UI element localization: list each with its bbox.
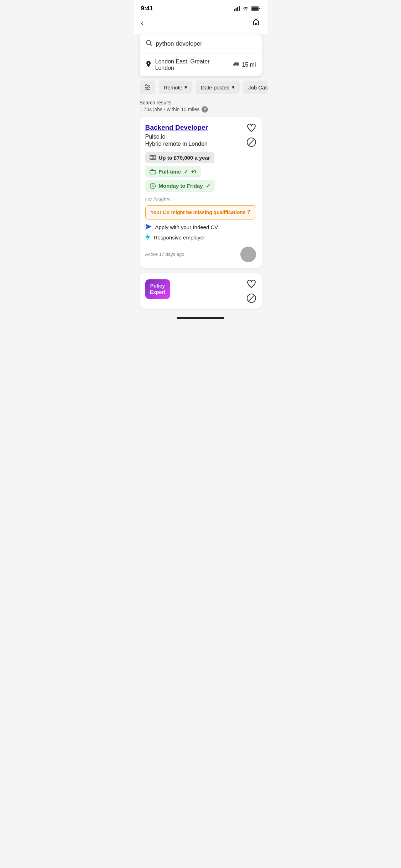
svg-point-16 [152,157,153,159]
apply-text: Apply with your Indeed CV [155,224,218,230]
cv-warning-banner[interactable]: Your CV might be missing qualifications … [145,205,256,219]
svg-rect-15 [150,155,155,159]
remote-filter-label: Remote [164,84,183,91]
svg-rect-0 [234,9,235,11]
apply-arrow-icon [145,224,152,231]
status-time: 9:41 [141,5,153,12]
cv-warning-text: Your CV might be missing qualifications [151,210,246,215]
location-pin-icon [145,60,152,70]
schedule-text: Monday to Friday [159,183,203,189]
fulltime-text: Full-time [159,169,181,175]
nav-bar: ‹ [134,15,267,34]
sliders-icon [144,84,151,91]
clock-icon [150,183,156,189]
home-indicator [134,314,267,321]
card-footer-1: Active 17 days ago [145,247,256,262]
remote-filter[interactable]: Remote ▾ [159,81,193,94]
svg-rect-19 [150,170,155,174]
home-bar [177,317,224,319]
tags-section: Up to £70,000 a year Full-time ✓ +1 Mond… [145,152,256,192]
home-button[interactable] [252,18,260,29]
distance-wrap: 15 mi [233,61,256,69]
card-actions-1 [247,123,256,147]
distance-text: 15 mi [242,62,256,68]
save-job-2-button[interactable] [247,279,256,289]
search-query[interactable]: python developer [156,40,256,47]
battery-icon [251,6,260,11]
svg-line-8 [150,44,152,46]
salary-icon [150,155,156,160]
card-title-section: Backend Developer Pulse.io Hybrid remote… [145,123,247,147]
location-row[interactable]: London East, Greater London 15 mi [140,53,262,76]
job-card-1[interactable]: Backend Developer Pulse.io Hybrid remote… [140,117,262,268]
lightning-icon [145,234,150,242]
hide-job-button[interactable] [247,138,256,147]
responsive-text: Responsive employer [154,234,205,241]
svg-rect-1 [235,8,236,11]
status-bar: 9:41 [134,0,267,15]
policy-logo-text: PolicyExpert [150,283,166,295]
hide-job-2-button[interactable] [247,294,256,303]
schedule-check-icon: ✓ [206,183,210,189]
active-label: Active 17 days ago [145,252,184,257]
save-job-button[interactable] [247,123,256,133]
status-icons [234,6,260,11]
results-count: 1,734 jobs - within 15 miles ? [140,106,262,113]
results-section: Search results 1,734 jobs - within 15 mi… [134,98,267,117]
cv-warning-help-icon[interactable]: ? [247,209,251,216]
card-header-2: PolicyExpert [145,279,256,303]
company-name: Pulse.io [145,134,247,140]
date-chevron-icon: ▾ [232,84,235,91]
svg-rect-5 [259,8,260,9]
signal-icon [234,6,240,11]
search-container: python developer London East, Greater Lo… [140,34,262,76]
fulltime-check-icon: ✓ [184,169,188,175]
job-category-filter[interactable]: Job Cate [243,81,267,94]
company-avatar [240,247,256,262]
responsive-row: Responsive employer [145,234,256,242]
date-posted-label: Date posted [201,84,230,91]
svg-marker-22 [145,234,150,240]
job-category-label: Job Cate [248,84,267,91]
wifi-icon [243,6,249,11]
date-posted-filter[interactable]: Date posted ▾ [196,81,240,94]
car-icon [233,61,240,69]
home-icon [252,18,260,26]
svg-rect-2 [237,7,238,11]
salary-tag: Up to £70,000 a year [145,152,214,163]
fulltime-extra: +1 [191,169,197,174]
results-label: Search results [140,100,262,105]
filters-button[interactable] [140,81,155,94]
filter-bar: Remote ▾ Date posted ▾ Job Cate [134,81,267,98]
apply-row[interactable]: Apply with your Indeed CV [145,224,256,231]
remote-chevron-icon: ▾ [184,84,187,91]
card-actions-2 [247,279,256,303]
job-card-2[interactable]: PolicyExpert [140,273,262,309]
company-logo-policy-expert: PolicyExpert [145,279,170,299]
svg-point-12 [145,84,147,86]
job-title[interactable]: Backend Developer [145,123,247,132]
briefcase-icon [150,169,156,175]
apply-section: Apply with your Indeed CV Responsive emp… [145,224,256,242]
svg-rect-3 [239,6,240,11]
search-icon [145,39,152,48]
card-header-1: Backend Developer Pulse.io Hybrid remote… [145,123,256,147]
svg-rect-6 [251,7,258,10]
svg-point-13 [148,87,149,88]
fulltime-tag: Full-time ✓ +1 [145,166,201,177]
search-row[interactable]: python developer [140,34,262,53]
back-button[interactable]: ‹ [141,19,144,27]
help-icon[interactable]: ? [202,106,208,113]
location-text: London East, Greater London [155,58,229,71]
svg-point-14 [146,89,147,90]
job-location-type: Hybrid remote in London [145,141,247,147]
cv-insights-label: CV insights [145,197,256,202]
salary-text: Up to £70,000 a year [159,155,210,161]
schedule-tag: Monday to Friday ✓ [145,180,215,192]
svg-marker-21 [145,224,152,229]
